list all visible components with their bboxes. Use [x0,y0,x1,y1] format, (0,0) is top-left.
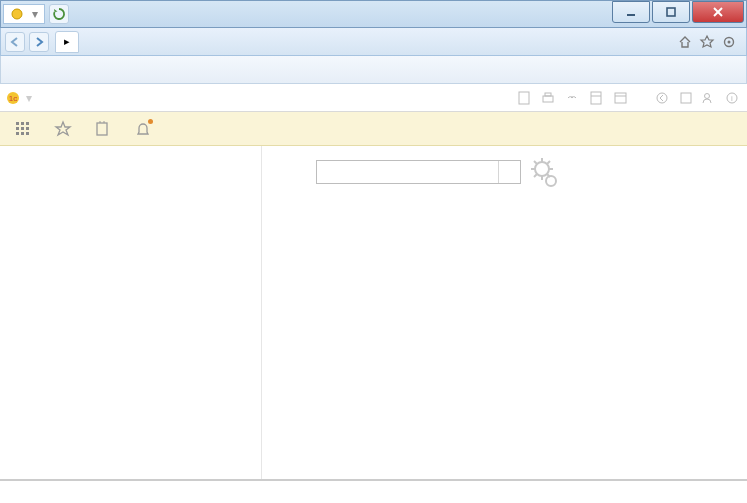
info-icon[interactable]: i [723,89,741,107]
svg-text:1c: 1c [9,94,17,103]
toolbar-window-icon[interactable] [677,89,695,107]
svg-line-38 [547,161,550,164]
svg-rect-25 [21,127,24,130]
svg-rect-21 [16,122,19,125]
svg-point-16 [657,93,667,103]
svg-text:i: i [731,94,733,103]
svg-line-37 [547,174,550,177]
home-icon[interactable] [678,35,692,49]
close-button[interactable] [692,1,744,23]
svg-point-31 [535,162,549,176]
toolbar-print-icon[interactable] [539,89,557,107]
bookmarks-bar [0,56,747,84]
window-titlebar: ▾ [0,0,747,28]
toolbar-link-icon[interactable] [563,89,581,107]
content-link[interactable] [300,263,733,269]
toolbar-calc-icon[interactable] [587,89,605,107]
section-heading [300,245,733,263]
toolbar-page-icon[interactable] [515,89,533,107]
svg-rect-30 [97,123,107,135]
toolbar-calendar-icon[interactable] [611,89,629,107]
svg-rect-14 [615,93,626,103]
svg-point-18 [705,93,710,98]
apps-icon[interactable] [14,120,32,138]
settings-gear-icon[interactable] [531,158,553,185]
svg-rect-9 [519,92,529,104]
favorites-icon[interactable] [700,35,714,49]
svg-rect-17 [681,93,691,103]
user-indicator[interactable] [701,92,717,104]
search-clear[interactable] [498,161,520,183]
refresh-icon[interactable] [49,4,69,24]
sidebar [0,146,262,479]
svg-line-39 [534,174,537,177]
bell-icon[interactable] [134,120,152,138]
onec-toolbar: 1c ▾ i [0,84,747,112]
section-heading [300,227,733,245]
back-button[interactable] [5,32,25,52]
onec-logo-icon: 1c [6,91,20,105]
app-icon [10,7,24,21]
svg-rect-10 [543,96,553,102]
dropdown-icon[interactable]: ▾ [32,7,38,21]
svg-rect-29 [26,132,29,135]
toolbar-back-icon[interactable] [653,89,671,107]
svg-rect-11 [545,93,551,96]
content-panel [262,146,747,479]
svg-rect-26 [26,127,29,130]
svg-rect-2 [667,8,675,16]
user-icon [701,92,713,104]
settings-icon[interactable] [722,35,736,49]
svg-rect-22 [21,122,24,125]
search-input[interactable] [317,165,498,179]
svg-point-0 [12,9,22,19]
history-icon[interactable] [94,120,112,138]
svg-rect-23 [26,122,29,125]
svg-rect-12 [591,92,601,104]
svg-rect-28 [21,132,24,135]
window-title: ▾ [3,4,45,24]
maximize-button[interactable] [652,1,690,23]
svg-rect-27 [16,132,19,135]
svg-line-36 [534,161,537,164]
search-box[interactable] [316,160,521,184]
yellow-toolbar [0,112,747,146]
tab-overflow[interactable]: ▸ [55,31,79,53]
forward-button[interactable] [29,32,49,52]
footer [0,479,747,503]
content-link[interactable] [300,203,733,227]
browser-tabstrip: ▸ [0,28,747,56]
svg-rect-24 [16,127,19,130]
star-icon[interactable] [54,120,72,138]
svg-point-6 [728,40,731,43]
minimize-button[interactable] [612,1,650,23]
